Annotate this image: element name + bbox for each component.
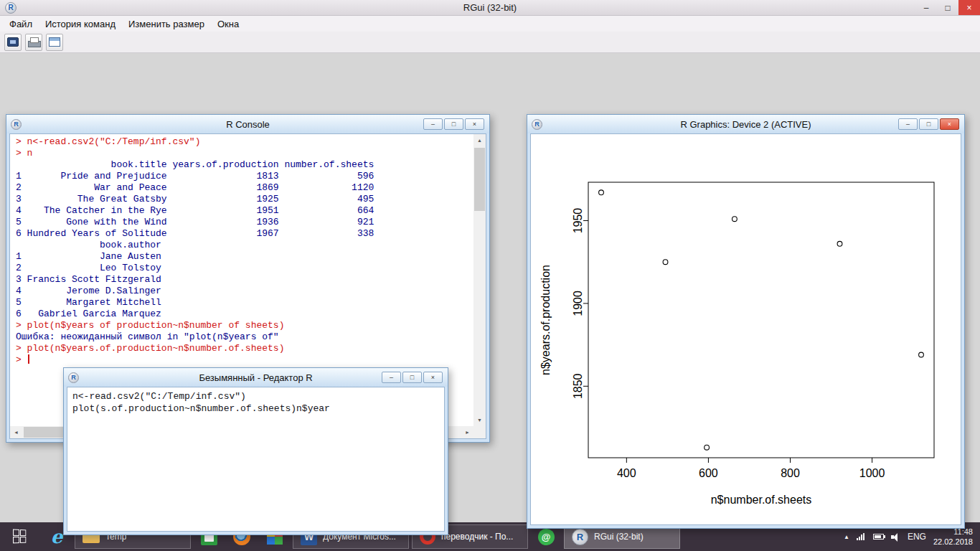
console-line: 4 Jerome D.Salinger — [16, 286, 473, 297]
r-logo-icon: R — [11, 119, 22, 130]
close-button[interactable]: × — [958, 0, 980, 15]
scrollbar-corner — [473, 426, 486, 438]
text-cursor — [28, 354, 29, 364]
clock-date: 22.02.2018 — [933, 537, 973, 547]
maximize-button[interactable]: □ — [444, 118, 463, 130]
x-axis-label: n$number.of.sheets — [711, 494, 812, 506]
console-line: > plot(n$years.of.production~n$number.of… — [16, 343, 473, 354]
print-icon — [28, 37, 39, 47]
console-icon — [7, 37, 19, 47]
toolbar-button-print[interactable] — [25, 34, 42, 51]
console-line: 5 Gone with the Wind 1936 921 — [16, 217, 473, 228]
data-point — [732, 217, 738, 222]
editor-line: n<-read.csv2("C:/Temp/inf.csv") — [72, 390, 439, 402]
minimize-button[interactable]: – — [898, 118, 918, 130]
graphics-window-controls: – □ × — [898, 118, 959, 130]
internet-explorer-icon: e — [51, 527, 63, 546]
scroll-left-arrow-icon[interactable]: ◄ — [10, 426, 22, 438]
window-title: RGui (32-bit) — [0, 2, 980, 13]
r-logo-icon: R — [68, 372, 79, 383]
data-point — [663, 260, 668, 265]
y-axis-label: n$years.of.production — [540, 265, 552, 375]
console-line: 1 Pride and Prejudice 1813 596 — [16, 171, 473, 182]
y-tick-label: 1850 — [572, 373, 584, 399]
console-line: > n — [16, 148, 473, 159]
editor-titlebar[interactable]: R Безымянный - Редактор R – □ × — [64, 368, 448, 387]
menu-item-0[interactable]: Файл — [3, 17, 39, 32]
editor-line: plot(s.of.production~n$number.of.sheets)… — [72, 402, 439, 415]
toolbar-button-window[interactable] — [46, 34, 63, 51]
console-line: 3 The Great Gatsby 1925 495 — [16, 194, 473, 205]
menu-item-2[interactable]: Изменить размер — [122, 17, 211, 32]
console-line: 2 Leo Tolstoy — [16, 263, 473, 274]
volume-icon[interactable] — [891, 532, 900, 542]
toolbar — [0, 32, 980, 53]
menu-item-3[interactable]: Окна — [211, 17, 245, 32]
minimize-button[interactable]: – — [382, 372, 401, 383]
mail-ru-agent-icon: @ — [538, 529, 555, 545]
minimize-button[interactable]: – — [423, 118, 443, 130]
maximize-button[interactable]: □ — [402, 372, 422, 383]
console-line: 1 Jane Austen — [16, 251, 473, 263]
scroll-down-arrow-icon[interactable]: ▼ — [473, 414, 486, 426]
editor-window[interactable]: R Безымянный - Редактор R – □ × n<-read.… — [63, 367, 448, 535]
editor-body: n<-read.csv2("C:/Temp/inf.csv")plot(s.of… — [67, 387, 445, 532]
y-tick-label: 1950 — [572, 208, 584, 234]
scroll-right-arrow-icon[interactable]: ► — [461, 426, 473, 438]
x-tick-label: 600 — [699, 467, 718, 479]
x-tick-label: 1000 — [859, 467, 885, 479]
battery-icon[interactable] — [873, 534, 884, 540]
taskbar-task-label: RGui (32-bit) — [594, 532, 644, 542]
x-tick-label: 800 — [781, 467, 800, 479]
close-button[interactable]: × — [465, 118, 484, 130]
y-tick-label: 1900 — [572, 291, 584, 316]
graphics-titlebar[interactable]: R R Graphics: Device 2 (ACTIVE) – □ × — [527, 115, 964, 133]
network-icon[interactable] — [857, 533, 866, 540]
console-line: 2 War and Peace 1869 1120 — [16, 182, 473, 194]
toolbar-button-console[interactable] — [4, 34, 22, 51]
restore-button[interactable]: □ — [937, 0, 958, 15]
console-window-controls: – □ × — [423, 118, 484, 130]
r-logo-icon: R — [532, 119, 542, 130]
menubar: ФайлИстория командИзменить размерОкна — [0, 16, 980, 32]
console-line: > — [16, 354, 473, 366]
maximize-button[interactable]: □ — [919, 118, 938, 130]
vertical-scroll-thumb[interactable] — [474, 148, 485, 211]
console-line: book.author — [16, 240, 473, 251]
console-line: 6 Gabriel Garcia Marquez — [16, 309, 473, 320]
scatter-plot: 4006008001000185019001950n$number.of.she… — [531, 134, 961, 525]
console-line: Ошибка: неожиданный символ in "plot(n$ye… — [16, 331, 473, 343]
console-line: 5 Margaret Mitchell — [16, 297, 473, 309]
console-line: > n<-read.csv2("C:/Temp/inf.csv") — [16, 136, 473, 148]
editor-text[interactable]: n<-read.csv2("C:/Temp/inf.csv")plot(s.of… — [67, 387, 444, 418]
data-point — [705, 445, 710, 450]
data-point — [599, 190, 604, 195]
language-indicator[interactable]: ENG — [908, 532, 926, 542]
vertical-scrollbar[interactable]: ▲ ▼ — [473, 134, 486, 426]
mdi-workspace: R R Console – □ × > n<-read.csv2("C:/Tem… — [0, 53, 980, 522]
r-logo-icon: R — [5, 2, 17, 14]
close-button[interactable]: × — [423, 372, 443, 383]
x-tick-label: 400 — [617, 467, 636, 479]
editor-window-controls: – □ × — [382, 372, 443, 383]
console-line: 4 The Catcher in the Rye 1951 664 — [16, 205, 473, 217]
graphics-window[interactable]: R R Graphics: Device 2 (ACTIVE) – □ × 40… — [527, 114, 965, 529]
close-button[interactable]: × — [940, 118, 959, 130]
main-titlebar[interactable]: R RGui (32-bit) – □ × — [0, 0, 980, 16]
minimize-button[interactable]: – — [915, 0, 937, 15]
start-button[interactable] — [0, 522, 40, 551]
data-point — [919, 352, 924, 357]
console-line: 3 Francis Scott Fitzgerald — [16, 274, 473, 286]
menu-item-1[interactable]: История команд — [39, 17, 122, 32]
scroll-up-arrow-icon[interactable]: ▲ — [473, 134, 486, 146]
data-point — [837, 241, 842, 246]
console-line: book.title years.of.production number.of… — [16, 159, 473, 171]
taskbar-task-label: переводчик - По... — [441, 532, 513, 542]
console-title: R Console — [6, 119, 489, 130]
console-titlebar[interactable]: R R Console – □ × — [6, 115, 489, 133]
graphics-body: 4006008001000185019001950n$number.of.she… — [530, 133, 961, 525]
r-icon: R — [572, 529, 588, 545]
clock[interactable]: 11:48 22.02.2018 — [933, 527, 973, 547]
console-line: > plot(n$years of production~n$number of… — [16, 320, 473, 331]
show-hidden-icons-icon[interactable]: ▲ — [844, 534, 849, 540]
